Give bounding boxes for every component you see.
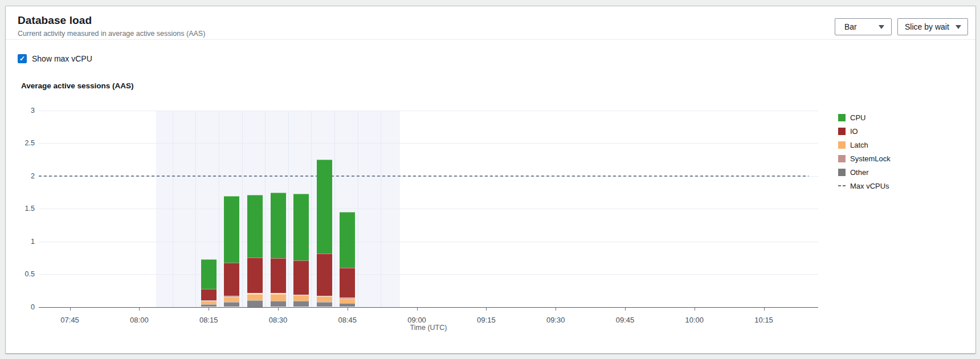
y-axis-tick-label: 1 bbox=[12, 238, 35, 246]
legend-label: IO bbox=[850, 127, 858, 136]
bar-segment-cpu[interactable] bbox=[293, 194, 309, 260]
bar-segment-other[interactable] bbox=[293, 301, 309, 307]
x-axis-tick-label: 09:15 bbox=[468, 316, 504, 324]
legend-label: Latch bbox=[850, 141, 868, 149]
page: Database load Current activity measured … bbox=[0, 0, 980, 359]
bar-segment-io[interactable] bbox=[317, 254, 332, 296]
bar-segment-io[interactable] bbox=[340, 268, 355, 298]
bar-segment-other[interactable] bbox=[247, 300, 263, 307]
plot-area: 00.511.522.5307:4508:0008:1508:3008:4509… bbox=[6, 6, 975, 353]
x-axis-tick-mark bbox=[139, 308, 140, 311]
y-axis-tick-label: 0 bbox=[12, 303, 35, 311]
bar-segment-latch[interactable] bbox=[271, 294, 286, 301]
legend-color-swatch bbox=[838, 169, 846, 176]
legend-label: Max vCPUs bbox=[850, 182, 889, 190]
bar-segment-cpu[interactable] bbox=[247, 195, 263, 258]
bar-segment-systemlock[interactable] bbox=[293, 295, 309, 295]
x-axis-tick-label: 08:15 bbox=[190, 316, 227, 324]
x-axis-tick-mark bbox=[70, 308, 71, 311]
x-axis-tick-mark bbox=[556, 308, 556, 311]
legend-item-max-vcpus: Max vCPUs bbox=[838, 182, 891, 190]
legend-label: CPU bbox=[850, 113, 865, 122]
y-axis-tick-label: 2.5 bbox=[12, 139, 35, 147]
x-axis-tick-label: 09:45 bbox=[607, 316, 643, 324]
y-axis-tick-label: 1.5 bbox=[12, 205, 35, 213]
y-axis-tick-label: 0.5 bbox=[12, 270, 35, 278]
bar-segment-latch[interactable] bbox=[224, 297, 239, 302]
x-axis-tick-mark bbox=[486, 308, 487, 311]
bar-segment-cpu[interactable] bbox=[340, 212, 355, 268]
bar-segment-systemlock[interactable] bbox=[271, 293, 286, 293]
x-axis-tick-label: 10:15 bbox=[746, 316, 782, 324]
legend-item-systemlock: SystemLock bbox=[838, 154, 891, 162]
bar-segment-cpu[interactable] bbox=[224, 196, 239, 263]
x-axis-tick-mark bbox=[209, 308, 209, 311]
bar-segment-io[interactable] bbox=[271, 258, 286, 293]
bar-segment-other[interactable] bbox=[224, 302, 239, 307]
bar-segment-other[interactable] bbox=[271, 301, 286, 307]
bar-segment-systemlock[interactable] bbox=[224, 296, 239, 297]
x-axis-title: Time (UTC) bbox=[39, 324, 818, 332]
bar-segment-cpu[interactable] bbox=[317, 160, 332, 254]
legend-item-cpu: CPU bbox=[838, 113, 891, 121]
x-axis-tick-label: 10:00 bbox=[676, 316, 713, 324]
bar-segment-io[interactable] bbox=[224, 263, 239, 296]
bar-segment-systemlock[interactable] bbox=[317, 296, 332, 296]
bar-segment-other[interactable] bbox=[340, 303, 355, 307]
horizontal-gridline bbox=[39, 274, 818, 275]
x-axis-tick-label: 09:00 bbox=[399, 316, 435, 324]
legend-color-swatch bbox=[838, 141, 846, 149]
legend-item-latch: Latch bbox=[838, 141, 891, 149]
horizontal-gridline bbox=[39, 143, 818, 144]
x-axis-tick-mark bbox=[348, 308, 348, 311]
y-axis-tick-label: 3 bbox=[12, 107, 35, 115]
x-axis-tick-mark bbox=[764, 308, 765, 311]
x-axis-tick-label: 07:45 bbox=[52, 316, 88, 324]
bar-segment-cpu[interactable] bbox=[271, 193, 286, 258]
x-axis-tick-label: 08:30 bbox=[260, 316, 296, 324]
x-axis-line bbox=[39, 307, 818, 308]
legend-item-other: Other bbox=[838, 168, 891, 176]
x-axis-tick-mark bbox=[417, 308, 418, 311]
bar-segment-latch[interactable] bbox=[201, 301, 217, 304]
legend-color-swatch bbox=[838, 155, 846, 162]
bar-segment-latch[interactable] bbox=[340, 299, 355, 303]
bar-segment-systemlock[interactable] bbox=[247, 293, 263, 293]
legend-label: Other bbox=[850, 168, 869, 177]
legend-color-swatch bbox=[838, 128, 846, 135]
x-axis-tick-mark bbox=[278, 308, 279, 311]
x-axis-tick-mark bbox=[625, 308, 626, 311]
y-axis-tick-label: 2 bbox=[12, 172, 35, 180]
bar-segment-latch[interactable] bbox=[293, 295, 309, 301]
x-axis-tick-label: 09:30 bbox=[537, 316, 574, 324]
chart-legend: CPUIOLatchSystemLockOtherMax vCPUs bbox=[838, 113, 891, 195]
bar-segment-systemlock[interactable] bbox=[340, 297, 355, 298]
bar-segment-latch[interactable] bbox=[317, 296, 332, 302]
legend-color-swatch bbox=[838, 114, 846, 121]
legend-dash-icon bbox=[838, 185, 846, 186]
x-axis-tick-mark bbox=[695, 308, 695, 311]
horizontal-gridline bbox=[39, 242, 818, 242]
bar-segment-io[interactable] bbox=[201, 289, 217, 300]
legend-label: SystemLock bbox=[850, 154, 891, 163]
database-load-card: Database load Current activity measured … bbox=[5, 6, 976, 354]
bar-segment-io[interactable] bbox=[293, 260, 309, 295]
bar-segment-other[interactable] bbox=[317, 302, 332, 307]
bar-segment-latch[interactable] bbox=[247, 294, 263, 301]
bar-segment-io[interactable] bbox=[247, 258, 263, 293]
legend-item-io: IO bbox=[838, 127, 891, 135]
bar-segment-cpu[interactable] bbox=[201, 259, 217, 289]
x-axis-tick-label: 08:45 bbox=[329, 316, 366, 324]
x-axis-tick-label: 08:00 bbox=[121, 316, 157, 324]
horizontal-gridline bbox=[39, 111, 818, 111]
horizontal-gridline bbox=[39, 209, 818, 209]
max-vcpus-dashed-line bbox=[39, 176, 808, 177]
bar-segment-systemlock[interactable] bbox=[201, 300, 217, 301]
